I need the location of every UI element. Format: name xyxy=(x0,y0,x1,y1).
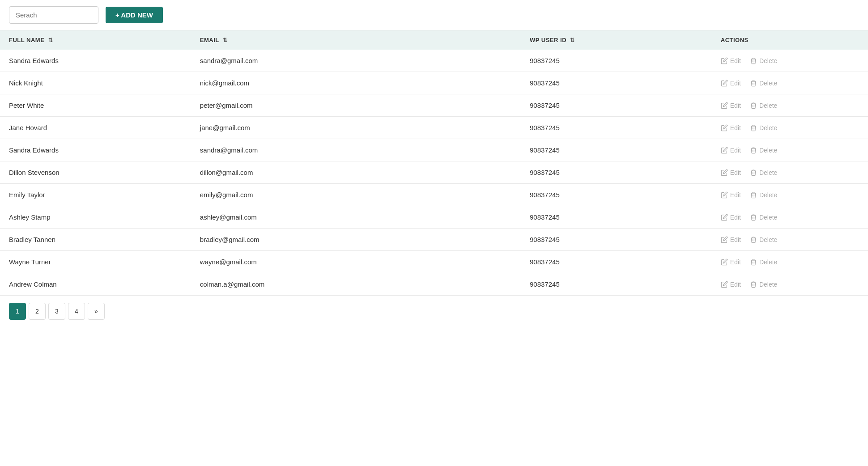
add-new-button[interactable]: + ADD NEW xyxy=(106,7,163,23)
trash-icon xyxy=(750,57,757,64)
delete-label: Delete xyxy=(759,147,777,154)
edit-label: Edit xyxy=(730,169,741,176)
edit-label: Edit xyxy=(730,57,741,64)
edit-button[interactable]: Edit xyxy=(721,124,741,131)
page-button-3[interactable]: 3 xyxy=(48,303,65,320)
cell-actions: Edit Delete xyxy=(712,229,868,251)
edit-button[interactable]: Edit xyxy=(721,258,741,266)
page-next-button[interactable]: » xyxy=(88,303,105,320)
edit-icon xyxy=(721,57,728,64)
edit-button[interactable]: Edit xyxy=(721,147,741,154)
edit-button[interactable]: Edit xyxy=(721,169,741,176)
cell-actions: Edit Delete xyxy=(712,206,868,229)
table-row: Peter White peter@gmail.com 90837245 Edi… xyxy=(0,94,868,117)
table-row: Wayne Turner wayne@gmail.com 90837245 Ed… xyxy=(0,251,868,273)
delete-label: Delete xyxy=(759,214,777,221)
cell-actions: Edit Delete xyxy=(712,161,868,184)
delete-button[interactable]: Delete xyxy=(750,57,777,64)
col-header-name[interactable]: FULL NAME ⇅ xyxy=(0,30,191,50)
delete-button[interactable]: Delete xyxy=(750,102,777,109)
cell-name: Nick Knight xyxy=(0,72,191,94)
trash-icon xyxy=(750,214,757,221)
delete-button[interactable]: Delete xyxy=(750,214,777,221)
cell-wpid: 90837245 xyxy=(521,50,712,72)
table-row: Bradley Tannen bradley@gmail.com 9083724… xyxy=(0,229,868,251)
cell-email: peter@gmail.com xyxy=(191,94,521,117)
table-row: Dillon Stevenson dillon@gmail.com 908372… xyxy=(0,161,868,184)
cell-name: Bradley Tannen xyxy=(0,229,191,251)
cell-name: Emily Taylor xyxy=(0,184,191,206)
cell-wpid: 90837245 xyxy=(521,251,712,273)
edit-button[interactable]: Edit xyxy=(721,191,741,199)
edit-icon xyxy=(721,191,728,199)
trash-icon xyxy=(750,102,757,109)
edit-icon xyxy=(721,214,728,221)
table-row: Andrew Colman colman.a@gmail.com 9083724… xyxy=(0,273,868,296)
table-row: Emily Taylor emily@gmail.com 90837245 Ed… xyxy=(0,184,868,206)
edit-button[interactable]: Edit xyxy=(721,281,741,288)
edit-button[interactable]: Edit xyxy=(721,214,741,221)
cell-email: colman.a@gmail.com xyxy=(191,273,521,296)
sort-icon-wpid: ⇅ xyxy=(570,37,575,43)
trash-icon xyxy=(750,281,757,288)
delete-label: Delete xyxy=(759,169,777,176)
toolbar: + ADD NEW xyxy=(0,0,868,30)
table-body: Sandra Edwards sandra@gmail.com 90837245… xyxy=(0,50,868,296)
cell-wpid: 90837245 xyxy=(521,161,712,184)
cell-name: Sandra Edwards xyxy=(0,139,191,161)
page-button-2[interactable]: 2 xyxy=(29,303,46,320)
delete-button[interactable]: Delete xyxy=(750,124,777,131)
table-row: Ashley Stamp ashley@gmail.com 90837245 E… xyxy=(0,206,868,229)
delete-label: Delete xyxy=(759,80,777,87)
cell-name: Ashley Stamp xyxy=(0,206,191,229)
cell-email: sandra@gmail.com xyxy=(191,50,521,72)
cell-actions: Edit Delete xyxy=(712,251,868,273)
cell-name: Sandra Edwards xyxy=(0,50,191,72)
trash-icon xyxy=(750,124,757,131)
edit-icon xyxy=(721,281,728,288)
col-header-wpid[interactable]: WP USER ID ⇅ xyxy=(521,30,712,50)
cell-actions: Edit Delete xyxy=(712,117,868,139)
delete-button[interactable]: Delete xyxy=(750,281,777,288)
search-input[interactable] xyxy=(9,6,98,24)
edit-button[interactable]: Edit xyxy=(721,236,741,243)
edit-icon xyxy=(721,124,728,131)
delete-button[interactable]: Delete xyxy=(750,147,777,154)
trash-icon xyxy=(750,236,757,243)
delete-button[interactable]: Delete xyxy=(750,236,777,243)
edit-label: Edit xyxy=(730,80,741,87)
table-header: FULL NAME ⇅ EMAIL ⇅ WP USER ID ⇅ ACTIONS xyxy=(0,30,868,50)
edit-label: Edit xyxy=(730,102,741,109)
trash-icon xyxy=(750,147,757,154)
cell-name: Peter White xyxy=(0,94,191,117)
edit-button[interactable]: Edit xyxy=(721,80,741,87)
delete-button[interactable]: Delete xyxy=(750,191,777,199)
sort-icon-email: ⇅ xyxy=(223,37,228,43)
cell-email: emily@gmail.com xyxy=(191,184,521,206)
table-row: Sandra Edwards sandra@gmail.com 90837245… xyxy=(0,139,868,161)
delete-button[interactable]: Delete xyxy=(750,80,777,87)
trash-icon xyxy=(750,258,757,266)
edit-button[interactable]: Edit xyxy=(721,57,741,64)
delete-button[interactable]: Delete xyxy=(750,258,777,266)
col-header-actions: ACTIONS xyxy=(712,30,868,50)
cell-wpid: 90837245 xyxy=(521,139,712,161)
col-header-email[interactable]: EMAIL ⇅ xyxy=(191,30,521,50)
table-row: Nick Knight nick@gmail.com 90837245 Edit xyxy=(0,72,868,94)
delete-button[interactable]: Delete xyxy=(750,169,777,176)
edit-label: Edit xyxy=(730,191,741,199)
cell-name: Dillon Stevenson xyxy=(0,161,191,184)
pagination: 1234» xyxy=(0,296,868,327)
page-button-1[interactable]: 1 xyxy=(9,303,26,320)
cell-name: Andrew Colman xyxy=(0,273,191,296)
trash-icon xyxy=(750,191,757,199)
cell-email: dillon@gmail.com xyxy=(191,161,521,184)
edit-icon xyxy=(721,258,728,266)
edit-button[interactable]: Edit xyxy=(721,102,741,109)
page-button-4[interactable]: 4 xyxy=(68,303,85,320)
edit-label: Edit xyxy=(730,147,741,154)
table-row: Sandra Edwards sandra@gmail.com 90837245… xyxy=(0,50,868,72)
cell-email: wayne@gmail.com xyxy=(191,251,521,273)
edit-icon xyxy=(721,169,728,176)
delete-label: Delete xyxy=(759,102,777,109)
